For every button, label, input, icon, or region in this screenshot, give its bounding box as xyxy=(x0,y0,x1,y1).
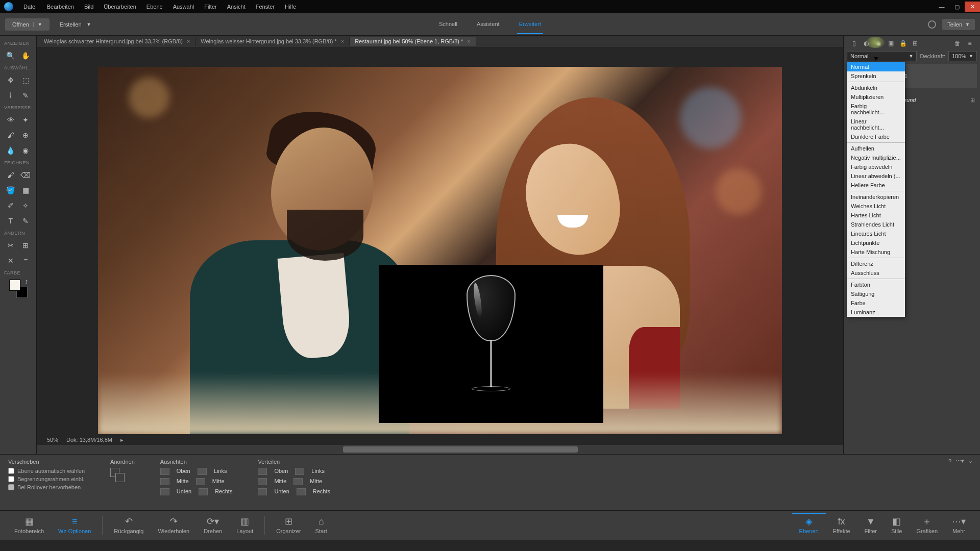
dist-center-icon[interactable] xyxy=(293,478,303,485)
menu-ansicht[interactable]: Ansicht xyxy=(222,2,251,12)
align-center-icon[interactable] xyxy=(196,478,205,485)
tab-0[interactable]: Weinglas schwarzer Hintergrund.jpg bei 3… xyxy=(39,37,195,46)
dist-middle-icon[interactable] xyxy=(258,478,267,485)
mask-icon[interactable]: ▣ xyxy=(886,39,896,48)
straighten-tool-icon[interactable]: ≡ xyxy=(20,255,31,266)
pasted-layer[interactable] xyxy=(379,265,603,423)
zoom-tool-icon[interactable]: 🔍 xyxy=(5,50,16,61)
new-layer-icon[interactable]: ▯ xyxy=(849,39,859,48)
move-tool-icon[interactable]: ✥ xyxy=(5,74,16,86)
share-button[interactable]: Teilen ▼ xyxy=(942,19,975,30)
blend-option[interactable]: Farbig abwedeln xyxy=(847,162,905,171)
menu-hilfe[interactable]: Hilfe xyxy=(280,2,301,12)
h-scrollbar[interactable] xyxy=(37,445,843,454)
color-swatches[interactable]: ⤴ xyxy=(9,280,28,298)
adjustment-layer-icon[interactable]: ◉ xyxy=(873,39,884,48)
menu-ueberarbeiten[interactable]: Überarbeiten xyxy=(99,2,141,12)
align-right-icon[interactable] xyxy=(199,488,208,495)
tab-1[interactable]: Weinglas weisser Hintergrund.jpg bei 33,… xyxy=(195,37,350,46)
dock-rotate[interactable]: ⟳▾Drehen xyxy=(197,516,229,534)
zoom-level[interactable]: 50% xyxy=(47,437,58,443)
blend-option[interactable]: Strahlendes Licht xyxy=(847,220,905,229)
layer-group-icon[interactable]: ◐ xyxy=(861,39,871,48)
blur-tool-icon[interactable]: 💧 xyxy=(5,145,16,156)
menu-icon[interactable]: ⋯▾ xyxy=(955,458,964,464)
smart-brush-tool-icon[interactable]: 🖌 xyxy=(5,130,16,141)
scroll-thumb[interactable] xyxy=(343,446,578,453)
close-icon[interactable]: × xyxy=(187,38,190,44)
chevron-down-icon[interactable]: ▼ xyxy=(33,22,42,27)
spot-heal-tool-icon[interactable]: ✦ xyxy=(20,114,31,126)
blend-option[interactable]: Sättigung xyxy=(847,289,905,298)
blend-option[interactable]: Ineinanderkopieren xyxy=(847,192,905,202)
create-button[interactable]: Erstellen ▼ xyxy=(60,21,91,28)
mode-quick[interactable]: Schnell xyxy=(437,15,459,34)
eraser-tool-icon[interactable]: ⌫ xyxy=(20,169,31,181)
close-icon[interactable]: × xyxy=(341,38,344,44)
dock-effects[interactable]: fxEffekte xyxy=(826,516,857,534)
align-middle-icon[interactable] xyxy=(160,478,169,485)
dist-left-icon[interactable] xyxy=(295,468,304,475)
blend-option[interactable]: Hartes Licht xyxy=(847,211,905,220)
dist-top-icon[interactable] xyxy=(258,468,267,475)
swap-colors-icon[interactable]: ⤴ xyxy=(25,280,28,285)
opacity-input[interactable]: 100% ▼ xyxy=(948,51,977,61)
dock-layers[interactable]: ◈Ebenen xyxy=(792,513,826,534)
dock-redo[interactable]: ↷Wiederholen xyxy=(151,516,197,534)
crop-tool-icon[interactable]: ✂ xyxy=(5,240,16,251)
blend-option[interactable]: Farbton xyxy=(847,280,905,289)
blend-option[interactable]: Linear abwedeln (... xyxy=(847,171,905,181)
open-button[interactable]: Öffnen ▼ xyxy=(5,18,50,31)
blend-option[interactable]: Luminanz xyxy=(847,308,905,317)
dock-undo[interactable]: ↶Rückgängig xyxy=(107,516,151,534)
dock-home[interactable]: ⌂Start xyxy=(308,516,334,534)
mode-advanced[interactable]: Erweitert xyxy=(517,15,543,34)
mode-assist[interactable]: Assistent xyxy=(475,15,502,34)
blend-option[interactable]: Farbig nachbelicht... xyxy=(847,102,905,117)
bbox-checkbox[interactable]: Begrenzungsrahmen einbl. xyxy=(8,476,85,482)
menu-bearbeiten[interactable]: Bearbeiten xyxy=(42,2,79,12)
menu-auswahl[interactable]: Auswahl xyxy=(168,2,200,12)
blend-option[interactable]: Lichtpunkte xyxy=(847,238,905,247)
hand-tool-icon[interactable]: ✋ xyxy=(20,50,31,61)
fill-tool-icon[interactable]: 🪣 xyxy=(5,185,16,196)
lock-icon[interactable]: 🔒 xyxy=(898,39,908,48)
text-tool-icon[interactable]: T xyxy=(5,215,16,227)
blend-option[interactable]: Farbe xyxy=(847,298,905,308)
quick-select-tool-icon[interactable]: ✎ xyxy=(20,90,31,101)
collapse-icon[interactable]: ⌄ xyxy=(968,458,973,464)
blend-option[interactable]: Differenz xyxy=(847,259,905,268)
dock-graphics[interactable]: ＋Grafiken xyxy=(909,516,945,534)
rollover-checkbox[interactable]: Bei Rollover hervorheben xyxy=(8,484,85,490)
clone-tool-icon[interactable]: ⊕ xyxy=(20,130,31,141)
align-left-icon[interactable] xyxy=(198,468,207,475)
content-move-tool-icon[interactable]: ✕ xyxy=(5,255,16,266)
dock-layout[interactable]: ▥Layout xyxy=(229,516,260,534)
sponge-tool-icon[interactable]: ◉ xyxy=(20,145,31,156)
brush-tool-icon[interactable]: 🖌 xyxy=(5,169,16,181)
panel-menu-icon[interactable]: ≡ xyxy=(965,39,975,48)
blend-mode-select[interactable]: Normal ▼ xyxy=(847,51,917,61)
viewport[interactable]: 50% Dok: 13,8M/16,8M ▸ xyxy=(37,47,843,454)
foreground-color[interactable] xyxy=(9,280,20,291)
blend-option[interactable]: Harte Mischung xyxy=(847,247,905,257)
blend-option[interactable]: Aufhellen xyxy=(847,144,905,153)
arrange-icon[interactable] xyxy=(110,468,125,482)
blend-option[interactable]: Hellere Farbe xyxy=(847,181,905,190)
close-button[interactable]: ✕ xyxy=(965,2,980,12)
dock-styles[interactable]: ◧Stile xyxy=(884,516,909,534)
blend-option[interactable]: Weiches Licht xyxy=(847,202,905,211)
marquee-tool-icon[interactable]: ⬚ xyxy=(20,74,31,86)
maximize-button[interactable]: ▢ xyxy=(949,2,965,12)
blend-option[interactable]: Linear nachbelicht... xyxy=(847,117,905,132)
menu-fenster[interactable]: Fenster xyxy=(251,2,280,12)
align-top-icon[interactable] xyxy=(160,468,169,475)
chevron-right-icon[interactable]: ▸ xyxy=(120,437,124,443)
dock-organizer[interactable]: ⊞Organizer xyxy=(269,516,308,534)
menu-datei[interactable]: Datei xyxy=(18,2,42,12)
dist-bottom-icon[interactable] xyxy=(258,488,267,495)
theme-icon[interactable] xyxy=(928,20,936,29)
lock-icon[interactable]: ⊞ xyxy=(970,97,975,104)
menu-ebene[interactable]: Ebene xyxy=(141,2,168,12)
eye-tool-icon[interactable]: 👁 xyxy=(5,114,16,126)
